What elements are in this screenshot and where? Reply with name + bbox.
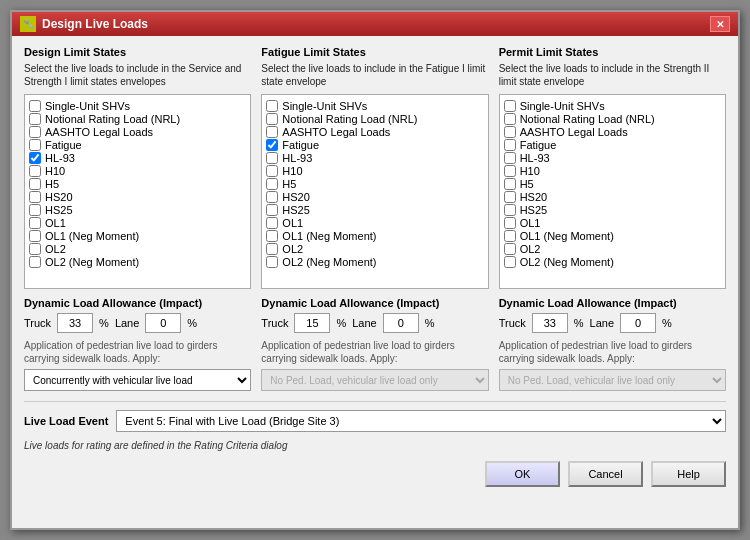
fatigue-lane-input[interactable]	[383, 313, 419, 333]
list-item[interactable]: HS25	[504, 204, 721, 216]
list-item[interactable]: H10	[504, 165, 721, 177]
permit-truck-input[interactable]	[532, 313, 568, 333]
list-item[interactable]: H5	[29, 178, 246, 190]
fatigue-title: Fatigue Limit States	[261, 46, 488, 58]
checkbox-input[interactable]	[266, 100, 278, 112]
list-item[interactable]: Notional Rating Load (NRL)	[266, 113, 483, 125]
list-item[interactable]: OL2 (Neg Moment)	[504, 256, 721, 268]
list-item[interactable]: OL1 (Neg Moment)	[266, 230, 483, 242]
fatigue-ped-select[interactable]: No Ped. Load, vehicular live load only C…	[261, 369, 488, 391]
list-item[interactable]: HS20	[266, 191, 483, 203]
checkbox-input[interactable]	[29, 204, 41, 216]
checkbox-input[interactable]	[266, 204, 278, 216]
list-item[interactable]: OL1	[29, 217, 246, 229]
list-item[interactable]: OL2	[504, 243, 721, 255]
list-item[interactable]: Notional Rating Load (NRL)	[29, 113, 246, 125]
checkbox-input[interactable]	[266, 139, 278, 151]
list-item[interactable]: Fatigue	[266, 139, 483, 151]
checkbox-input[interactable]	[504, 100, 516, 112]
list-item[interactable]: OL1 (Neg Moment)	[504, 230, 721, 242]
checkbox-input[interactable]	[266, 178, 278, 190]
close-button[interactable]: ✕	[710, 16, 730, 32]
list-item[interactable]: HL-93	[29, 152, 246, 164]
design-lane-input[interactable]	[145, 313, 181, 333]
checkbox-input[interactable]	[29, 152, 41, 164]
list-item[interactable]: OL2 (Neg Moment)	[29, 256, 246, 268]
checkbox-label: HL-93	[282, 152, 312, 164]
checkbox-input[interactable]	[29, 230, 41, 242]
checkbox-input[interactable]	[266, 152, 278, 164]
checkbox-input[interactable]	[504, 113, 516, 125]
list-item[interactable]: OL1	[266, 217, 483, 229]
checkbox-input[interactable]	[504, 152, 516, 164]
design-ped-select[interactable]: Concurrently with vehicular live load No…	[24, 369, 251, 391]
checkbox-input[interactable]	[504, 230, 516, 242]
list-item[interactable]: OL2	[266, 243, 483, 255]
list-item[interactable]: HS25	[29, 204, 246, 216]
checkbox-input[interactable]	[504, 126, 516, 138]
checkbox-input[interactable]	[266, 113, 278, 125]
cancel-button[interactable]: Cancel	[568, 461, 643, 487]
checkbox-input[interactable]	[504, 256, 516, 268]
permit-lane-label: Lane	[590, 317, 614, 329]
checkbox-input[interactable]	[266, 217, 278, 229]
checkbox-input[interactable]	[29, 243, 41, 255]
checkbox-input[interactable]	[29, 191, 41, 203]
checkbox-input[interactable]	[504, 217, 516, 229]
checkbox-label: OL1	[45, 217, 66, 229]
checkbox-input[interactable]	[266, 165, 278, 177]
list-item[interactable]: H10	[266, 165, 483, 177]
design-truck-input[interactable]	[57, 313, 93, 333]
checkbox-input[interactable]	[266, 191, 278, 203]
checkbox-input[interactable]	[266, 230, 278, 242]
list-item[interactable]: Single-Unit SHVs	[504, 100, 721, 112]
checkbox-input[interactable]	[504, 243, 516, 255]
list-item[interactable]: HS20	[29, 191, 246, 203]
list-item[interactable]: HS25	[266, 204, 483, 216]
list-item[interactable]: H10	[29, 165, 246, 177]
checkbox-input[interactable]	[29, 256, 41, 268]
list-item[interactable]: H5	[266, 178, 483, 190]
checkbox-input[interactable]	[266, 256, 278, 268]
checkbox-input[interactable]	[29, 217, 41, 229]
list-item[interactable]: HL-93	[266, 152, 483, 164]
checkbox-input[interactable]	[29, 178, 41, 190]
list-item[interactable]: H5	[504, 178, 721, 190]
list-item[interactable]: Fatigue	[29, 139, 246, 151]
checkbox-label: OL1 (Neg Moment)	[282, 230, 376, 242]
checkbox-input[interactable]	[504, 165, 516, 177]
checkbox-input[interactable]	[29, 126, 41, 138]
checkbox-input[interactable]	[29, 139, 41, 151]
checkbox-input[interactable]	[29, 113, 41, 125]
list-item[interactable]: Single-Unit SHVs	[266, 100, 483, 112]
list-item[interactable]: OL1	[504, 217, 721, 229]
checkbox-input[interactable]	[504, 139, 516, 151]
live-load-event-select[interactable]: Event 5: Final with Live Load (Bridge Si…	[116, 410, 726, 432]
permit-lane-input[interactable]	[620, 313, 656, 333]
checkbox-label: H5	[282, 178, 296, 190]
checkbox-input[interactable]	[504, 178, 516, 190]
checkbox-input[interactable]	[266, 126, 278, 138]
ok-button[interactable]: OK	[485, 461, 560, 487]
permit-ped-select[interactable]: No Ped. Load, vehicular live load only C…	[499, 369, 726, 391]
list-item[interactable]: Fatigue	[504, 139, 721, 151]
checkbox-input[interactable]	[504, 191, 516, 203]
list-item[interactable]: AASHTO Legal Loads	[504, 126, 721, 138]
checkbox-input[interactable]	[29, 165, 41, 177]
list-item[interactable]: Notional Rating Load (NRL)	[504, 113, 721, 125]
list-item[interactable]: Single-Unit SHVs	[29, 100, 246, 112]
fatigue-truck-input[interactable]	[294, 313, 330, 333]
checkbox-input[interactable]	[29, 100, 41, 112]
checkbox-label: Notional Rating Load (NRL)	[45, 113, 180, 125]
list-item[interactable]: OL2 (Neg Moment)	[266, 256, 483, 268]
checkbox-input[interactable]	[504, 204, 516, 216]
checkbox-label: H10	[282, 165, 302, 177]
list-item[interactable]: AASHTO Legal Loads	[29, 126, 246, 138]
checkbox-input[interactable]	[266, 243, 278, 255]
help-button[interactable]: Help	[651, 461, 726, 487]
list-item[interactable]: OL2	[29, 243, 246, 255]
list-item[interactable]: OL1 (Neg Moment)	[29, 230, 246, 242]
list-item[interactable]: HS20	[504, 191, 721, 203]
list-item[interactable]: HL-93	[504, 152, 721, 164]
list-item[interactable]: AASHTO Legal Loads	[266, 126, 483, 138]
